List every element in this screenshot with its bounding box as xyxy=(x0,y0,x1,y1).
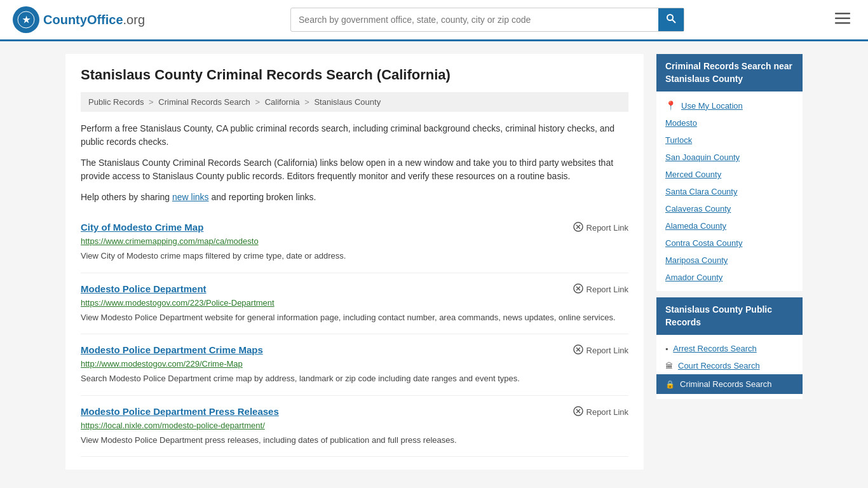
public-record-icon-2: 🔒 xyxy=(665,380,675,389)
svg-point-2 xyxy=(667,15,673,20)
breadcrumb: Public Records > Criminal Records Search… xyxy=(81,92,628,112)
record-title-2[interactable]: Modesto Police Department Crime Maps xyxy=(81,344,263,355)
record-entry: City of Modesto Crime Map Report Link ht… xyxy=(81,212,628,273)
nearby-link-item-6: Alameda County xyxy=(656,217,803,234)
record-url-0[interactable]: https://www.crimemapping.com/map/ca/mode… xyxy=(81,236,628,246)
nearby-link-0[interactable]: Modesto xyxy=(665,118,697,128)
nearby-link-8[interactable]: Mariposa County xyxy=(665,255,728,265)
new-links-link[interactable]: new links xyxy=(172,192,209,202)
search-input[interactable] xyxy=(291,10,658,30)
report-label-2: Report Link xyxy=(587,346,628,355)
breadcrumb-criminal-search[interactable]: Criminal Records Search xyxy=(158,97,250,107)
public-record-link-0[interactable]: Arrest Records Search xyxy=(673,344,757,353)
public-records-links: ▪ Arrest Records Search 🏛 Court Records … xyxy=(656,340,803,394)
public-record-item-0[interactable]: ▪ Arrest Records Search xyxy=(656,340,803,357)
nearby-link-item-9: Amador County xyxy=(656,269,803,286)
record-entry: Modesto Police Department Crime Maps Rep… xyxy=(81,334,628,396)
sidebar: Criminal Records Search near Stanislaus … xyxy=(656,54,803,470)
nearby-link-9[interactable]: Amador County xyxy=(665,273,722,282)
public-record-icon-0: ▪ xyxy=(665,344,668,353)
record-header: Modesto Police Department Crime Maps Rep… xyxy=(81,344,628,356)
nearby-section: Criminal Records Search near Stanislaus … xyxy=(656,54,803,291)
svg-rect-6 xyxy=(835,22,850,24)
public-record-item-1[interactable]: 🏛 Court Records Search xyxy=(656,357,803,374)
record-header: Modesto Police Department Press Releases… xyxy=(81,406,628,418)
intro-paragraph-2: The Stanislaus County Criminal Records S… xyxy=(81,156,628,183)
record-title-0[interactable]: City of Modesto Crime Map xyxy=(81,222,203,233)
nearby-link-item-1: Turlock xyxy=(656,132,803,149)
record-desc-0: View City of Modesto crime maps filtered… xyxy=(81,250,628,262)
record-desc-2: Search Modesto Police Department crime m… xyxy=(81,372,628,385)
record-desc-1: View Modesto Police Department website f… xyxy=(81,311,628,324)
intro-paragraph-3: Help others by sharing new links and rep… xyxy=(81,191,628,204)
use-my-location-link[interactable]: Use My Location xyxy=(681,101,743,111)
search-button[interactable] xyxy=(658,8,684,31)
report-icon-1 xyxy=(573,283,583,295)
logo-text: CountyOffice.org xyxy=(43,13,145,27)
use-my-location-item[interactable]: 📍 Use My Location xyxy=(656,97,803,114)
report-link-button-0[interactable]: Report Link xyxy=(573,222,628,234)
public-record-link-1[interactable]: Court Records Search xyxy=(678,361,760,370)
report-link-button-3[interactable]: Report Link xyxy=(573,406,628,418)
nearby-link-item-0: Modesto xyxy=(656,114,803,132)
breadcrumb-public-records[interactable]: Public Records xyxy=(88,97,144,107)
logo-name: CountyOffice xyxy=(43,13,123,27)
nearby-link-2[interactable]: San Joaquin County xyxy=(665,152,740,162)
record-header: Modesto Police Department Report Link xyxy=(81,283,628,295)
record-desc-3: View Modesto Police Department press rel… xyxy=(81,434,628,447)
breadcrumb-sep1: > xyxy=(149,97,156,107)
header: ★ CountyOffice.org xyxy=(0,0,868,41)
nearby-link-6[interactable]: Alameda County xyxy=(665,221,726,231)
breadcrumb-stanislaus[interactable]: Stanislaus County xyxy=(314,97,381,107)
nearby-link-item-2: San Joaquin County xyxy=(656,149,803,166)
nearby-link-1[interactable]: Turlock xyxy=(665,135,692,145)
nearby-link-5[interactable]: Calaveras County xyxy=(665,204,731,214)
public-records-section: Stanislaus County Public Records ▪ Arres… xyxy=(656,297,803,399)
record-entry: Modesto Police Department Press Releases… xyxy=(81,396,628,458)
location-icon: 📍 xyxy=(665,100,676,111)
report-link-button-2[interactable]: Report Link xyxy=(573,344,628,356)
nearby-link-4[interactable]: Santa Clara County xyxy=(665,187,737,196)
nearby-link-3[interactable]: Merced County xyxy=(665,170,721,179)
report-icon-2 xyxy=(573,344,583,356)
nearby-link-item-8: Mariposa County xyxy=(656,252,803,269)
main-container: Stanislaus County Criminal Records Searc… xyxy=(53,41,815,482)
svg-rect-5 xyxy=(835,18,850,20)
public-record-link-2[interactable]: Criminal Records Search xyxy=(680,379,772,389)
nearby-links-container: ModestoTurlockSan Joaquin CountyMerced C… xyxy=(656,114,803,286)
record-header: City of Modesto Crime Map Report Link xyxy=(81,222,628,234)
record-entry: Modesto Police Department Report Link ht… xyxy=(81,273,628,335)
report-icon-3 xyxy=(573,406,583,418)
breadcrumb-california[interactable]: California xyxy=(265,97,300,107)
report-label-0: Report Link xyxy=(587,223,628,233)
public-records-body: ▪ Arrest Records Search 🏛 Court Records … xyxy=(656,335,803,399)
report-label-1: Report Link xyxy=(587,285,628,294)
nearby-section-body: 📍 Use My Location ModestoTurlockSan Joaq… xyxy=(656,92,803,291)
record-url-1[interactable]: https://www.modestogov.com/223/Police-De… xyxy=(81,298,628,308)
nearby-link-item-4: Santa Clara County xyxy=(656,183,803,200)
content-area: Stanislaus County Criminal Records Searc… xyxy=(65,54,644,470)
intro-paragraph-1: Perform a free Stanislaus County, CA pub… xyxy=(81,122,628,149)
report-label-3: Report Link xyxy=(587,407,628,417)
search-bar xyxy=(290,8,684,32)
records-list: City of Modesto Crime Map Report Link ht… xyxy=(81,212,628,457)
intro3-prefix: Help others by sharing xyxy=(81,192,172,202)
report-link-button-1[interactable]: Report Link xyxy=(573,283,628,295)
public-record-item-2[interactable]: 🔒 Criminal Records Search xyxy=(656,374,803,394)
logo-area: ★ CountyOffice.org xyxy=(13,6,145,33)
nearby-link-7[interactable]: Contra Costa County xyxy=(665,238,742,248)
public-record-icon-1: 🏛 xyxy=(665,362,673,370)
record-title-3[interactable]: Modesto Police Department Press Releases xyxy=(81,406,279,417)
breadcrumb-sep3: > xyxy=(304,97,311,107)
logo-icon: ★ xyxy=(13,6,39,33)
record-url-3[interactable]: https://local.nixle.com/modesto-police-d… xyxy=(81,421,628,430)
nearby-link-item-3: Merced County xyxy=(656,166,803,183)
svg-line-3 xyxy=(672,20,675,23)
logo-suffix: .org xyxy=(123,13,145,27)
menu-button[interactable] xyxy=(830,9,855,30)
record-title-1[interactable]: Modesto Police Department xyxy=(81,283,207,294)
record-url-2[interactable]: http://www.modestogov.com/229/Crime-Map xyxy=(81,359,628,369)
nearby-link-item-5: Calaveras County xyxy=(656,200,803,217)
svg-rect-4 xyxy=(835,13,850,15)
breadcrumb-sep2: > xyxy=(255,97,262,107)
